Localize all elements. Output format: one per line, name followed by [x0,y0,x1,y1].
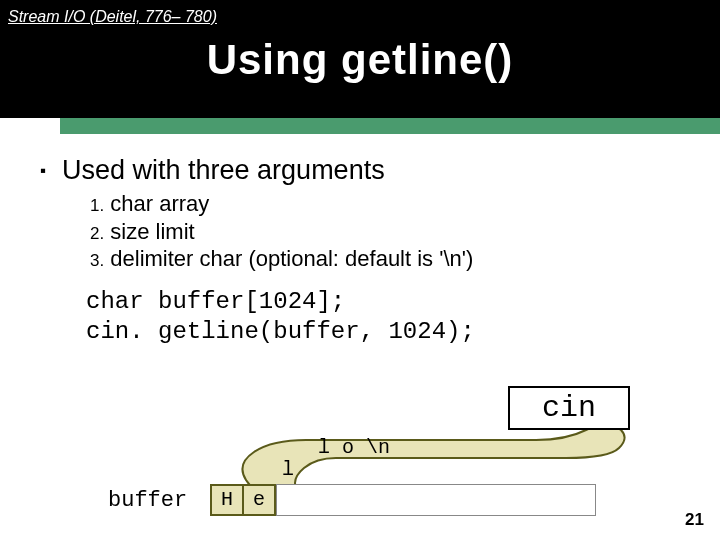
list-item: 2. size limit [90,218,690,246]
list-item: 3. delimiter char (optional: default is … [90,245,690,273]
cell: H [210,484,244,516]
code-line: cin. getline(buffer, 1024); [86,317,690,347]
page-number: 21 [685,510,704,530]
stream-io-label: Stream I/O (Deitel, 776– 780) [8,8,217,26]
buffer-extent [276,484,596,516]
bullet-main: Used with three arguments [40,155,690,186]
cell: e [242,484,276,516]
blob-chars: l o \n [318,436,390,459]
numbered-list: 1. char array 2. size limit 3. delimiter… [90,190,690,273]
cin-box: cin [508,386,630,430]
green-bar [60,118,720,134]
buffer-label: buffer [108,488,187,513]
header: Stream I/O (Deitel, 776– 780) Using getl… [0,0,720,118]
code-line: char buffer[1024]; [86,287,690,317]
list-item: 1. char array [90,190,690,218]
code-block: char buffer[1024]; cin. getline(buffer, … [86,287,690,347]
blob-l-char: l [282,458,294,481]
content-area: Used with three arguments 1. char array … [40,155,690,347]
slide-title: Using getline() [0,36,720,84]
buffer-cells: H e [210,484,274,516]
